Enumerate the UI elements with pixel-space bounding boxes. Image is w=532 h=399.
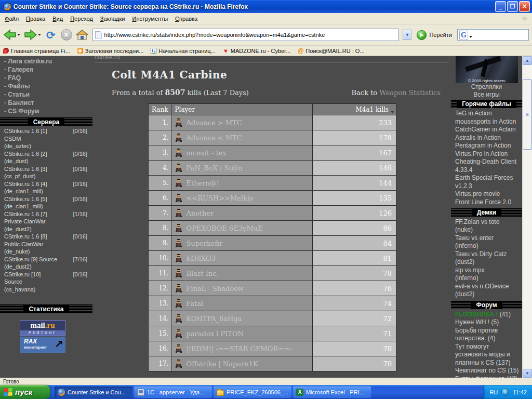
player-name[interactable]: Blast Inc. [186, 270, 218, 277]
bookmark-mailru[interactable]: @Поиск@MAIL.RU : О... [298, 48, 364, 54]
player-name[interactable]: OPEXOBOE 6E3yMuE [186, 224, 262, 232]
sidebar-nav-link[interactable]: - CS Форум [4, 107, 92, 115]
forum-topic-link[interactable]: Чемпионат по CS (15) [455, 367, 522, 375]
hot-file-link[interactable]: Astralis in Action [455, 134, 522, 142]
weapon-statistics-link[interactable]: Weapon Statistics [379, 89, 441, 97]
hot-file-link[interactable]: Pentagram in Action [455, 142, 522, 150]
clock[interactable]: 11:42 [513, 389, 527, 395]
home-button[interactable] [76, 29, 88, 41]
search-engine-dropdown-icon[interactable] [469, 36, 472, 38]
close-button[interactable]: ✕ [519, 1, 530, 12]
server-entry[interactable]: CStrike.ru 1.6 [2][0/16] (de_dust) [4, 150, 87, 165]
server-entry[interactable]: CStrike.ru 1.6 [4][0/16] (de_clan1_mill) [4, 180, 87, 195]
scroll-down-icon[interactable]: ▼ [523, 369, 532, 378]
go-button[interactable]: ▶ Перейти [414, 30, 455, 40]
sidebar-nav-link[interactable]: - Лига cstrike.ru [4, 57, 92, 65]
menu-item[interactable]: Переход [66, 14, 97, 23]
forward-button[interactable] [24, 29, 37, 41]
menu-item[interactable]: Правка [22, 14, 49, 23]
tray-icon[interactable]: ‹ [501, 388, 509, 396]
player-name[interactable]: |!RDM!| -==STAR GEMOR==- [186, 345, 291, 353]
hot-file-link[interactable]: TeG in Action [455, 110, 522, 118]
bookmark-home[interactable]: Главная страница Fi... [3, 48, 70, 54]
demo-link[interactable]: slp vs mpx (inferno) [455, 267, 522, 282]
scroll-up-icon[interactable]: ▲ [523, 56, 532, 65]
menu-item[interactable]: Инструменты [128, 14, 171, 23]
player-name[interactable]: Advance < MTC [186, 134, 242, 142]
address-bar[interactable]: http://www.cstrike.ru/stats/index.php?mo… [92, 29, 399, 41]
demo-link[interactable]: FF.Zelan vs tote (nuke) [455, 218, 522, 234]
player-name[interactable]: KO/lXO3 [186, 255, 216, 262]
language-indicator[interactable]: RU [489, 389, 498, 395]
player-name[interactable]: KOHTPA_6aHga [186, 315, 242, 323]
bookmark-startpage[interactable]: GНачальная страниц... [151, 48, 215, 54]
url-dropdown-button[interactable]: ▼ [403, 30, 411, 40]
player-name[interactable]: Advance > MTC [186, 119, 242, 127]
server-entry[interactable]: CStrike.ru 1.6 [3][0/16] (cs_pf_dust) [4, 165, 87, 180]
task-excel[interactable]: XMicrosoft Excel - PRI... [293, 387, 371, 398]
menu-item[interactable]: Файл [1, 14, 22, 23]
player-name[interactable]: Offstrike | Naparn1K [186, 360, 258, 368]
player-name[interactable]: Ethern@! [186, 179, 219, 187]
weapon-photo[interactable]: © 2005 rights reserv [456, 56, 518, 83]
player-name[interactable]: Superkefir [186, 240, 222, 247]
player-name[interactable]: FinaL - Shadoow [186, 285, 244, 292]
restore-button[interactable]: ❐ [507, 1, 518, 12]
mailru-rating-banner[interactable]: mail.ru РЕЙТИНГ [20, 320, 65, 336]
rax-monitoring-banner[interactable]: RAX мониторинг ↗ [20, 337, 65, 353]
start-button[interactable]: пуск [0, 385, 50, 399]
player-name[interactable]: PaN_BoX | St@n [186, 164, 243, 172]
hot-file-link[interactable]: Virtus.Pro in Action [455, 150, 522, 158]
demo-link[interactable]: evil-a vs n.ODevice (dust2) [455, 283, 522, 298]
back-button[interactable] [3, 29, 17, 41]
demo-link[interactable]: Tawu vs enter (inferno) [455, 234, 522, 250]
server-entry[interactable]: CStrike.ru 1.6 [5][0/16] (de_clan1_mill) [4, 195, 87, 210]
player-name[interactable]: Another [186, 209, 214, 217]
hot-file-link[interactable]: Earth Special Forces v1.2.3 [455, 174, 522, 190]
forum-topic-link[interactable]: Тут помогут установить моды и плагины к … [455, 343, 522, 367]
server-entry[interactable]: CStrike.ru [9] Source[7/16] (de_dust2) [4, 256, 87, 271]
minimize-button[interactable]: _ [495, 1, 506, 12]
games-link[interactable]: Стрелялки [451, 83, 522, 91]
task-1c[interactable]: 1C - appserver - Уда... [134, 387, 212, 398]
task-folder[interactable]: PRICE_EKZ_260506_... [214, 387, 291, 398]
hot-file-link[interactable]: Virtus.pro movie [455, 190, 522, 198]
forum-hot-topic[interactable]: FLOODИЛКА ! (41) [451, 311, 522, 318]
hot-file-link[interactable]: Cheating-Death Client 4.33.4 [455, 158, 522, 174]
games-link[interactable]: Все игры [451, 91, 522, 99]
server-entry[interactable]: CStrike.ru 1.6 [7][1/16] Private ClanWar… [4, 210, 87, 233]
search-input[interactable]: G [457, 29, 529, 41]
url-text[interactable]: http://www.cstrike.ru/stats/index.php?mo… [104, 32, 397, 38]
vertical-scrollbar[interactable]: ▲ ▼ [522, 56, 532, 378]
menu-item[interactable]: Закладки [97, 14, 129, 23]
player-name[interactable]: paradox l PITON [186, 330, 244, 338]
reload-button[interactable]: ⟳ [46, 30, 56, 41]
demo-link[interactable]: Tawu vs Dirty Catz (dust2) [455, 250, 522, 266]
sidebar-nav-link[interactable]: - Статьи [4, 90, 92, 99]
col-header-kills[interactable]: M4a1 kills [312, 104, 396, 115]
hot-file-link[interactable]: mousesports in Action [455, 118, 522, 126]
bookmark-headlines[interactable]: ◉Заголовки последни... [77, 48, 144, 54]
sidebar-nav-link[interactable]: - Галерея [4, 65, 92, 74]
sidebar-nav-link[interactable]: - Файлы [4, 82, 92, 90]
stop-button[interactable]: ✕ [61, 29, 72, 41]
menu-item[interactable]: Справка [171, 14, 201, 23]
back-dropdown-icon[interactable] [17, 34, 20, 36]
forum-topic-link[interactable]: Нужен WH ! (5) [455, 318, 522, 327]
sidebar-nav-link[interactable]: - Банлист [4, 99, 92, 107]
player-name[interactable]: <<RUSH>>Melkiy [186, 194, 253, 202]
player-name[interactable]: Fatal [186, 300, 203, 308]
server-entry[interactable]: CStrike.ru [10][0/16] Source (cs_havana) [4, 271, 87, 294]
task-firefox[interactable]: Counter Strike и Cou... [55, 387, 132, 398]
scrollbar-thumb[interactable] [523, 79, 532, 150]
hot-file-link[interactable]: CatchGamer in Action [455, 126, 522, 134]
server-entry[interactable]: CStrike.ru 1.6 [1][0/16] CSDM (de_aztec) [4, 127, 87, 150]
hot-file-link[interactable]: Front Line Force 2.0 [455, 198, 522, 207]
forum-topic-link[interactable]: Борьба против читерства. (4) [455, 327, 522, 343]
bookmark-madzone[interactable]: ♥MADZONE.ru - Cyber... [223, 48, 291, 54]
player-name[interactable]: no.exit - tex [186, 149, 226, 157]
menu-item[interactable]: Вид [49, 14, 66, 23]
sidebar-nav-link[interactable]: - FAQ [4, 74, 92, 82]
forward-dropdown-icon[interactable] [38, 34, 41, 36]
server-entry[interactable]: CStrike.ru 1.6 [8][0/16] Public ClanWar … [4, 233, 87, 256]
